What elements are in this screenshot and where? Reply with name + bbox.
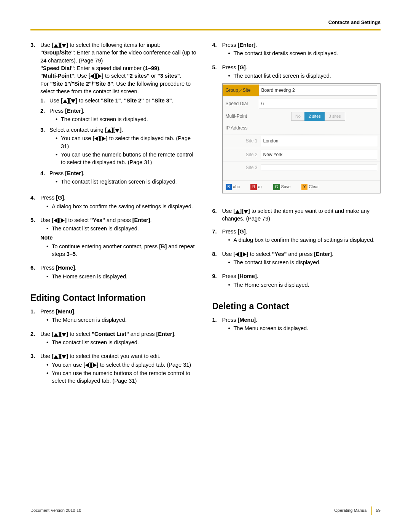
segment-no[interactable]: No xyxy=(291,112,305,121)
label: "Site 1"/"Site 2"/"Site 3" xyxy=(50,81,113,87)
softkey-b[interactable]: Babc xyxy=(226,184,240,190)
text: Press xyxy=(222,317,238,323)
key-y-icon: Y xyxy=(301,184,308,190)
key-g-label: Save xyxy=(281,184,291,189)
softkey-y[interactable]: YClear xyxy=(301,184,319,190)
label: "Group/Site" xyxy=(40,50,74,56)
bullet: The contact list screen is displayed. xyxy=(46,339,199,346)
key: [Enter] xyxy=(238,42,256,48)
key: [Home] xyxy=(56,265,75,271)
text: to select xyxy=(67,217,90,223)
dot: . xyxy=(76,251,77,257)
text: Press xyxy=(40,265,56,271)
segment-3sites[interactable]: 3 sites xyxy=(325,112,345,121)
right-icon xyxy=(102,136,106,141)
key: [B] xyxy=(159,243,167,249)
text: Press xyxy=(222,64,238,70)
right-icon xyxy=(93,363,97,367)
site1-label: Site 1 xyxy=(223,135,261,147)
bullet: The contact list screen is displayed. xyxy=(46,225,199,232)
footer-divider xyxy=(371,506,372,515)
key: [Enter] xyxy=(156,331,174,337)
softkey-g[interactable]: GSave xyxy=(273,184,291,190)
text: to select the displayed tab. (Page 31) xyxy=(99,362,191,368)
contact-edit-screen: Group／Site Board meeting 2 Speed Dial 6 … xyxy=(222,83,381,193)
up-icon xyxy=(54,333,58,337)
text: You can use xyxy=(61,135,92,141)
key-g-icon: G xyxy=(273,184,280,190)
text: to select the contact you want to edit. xyxy=(68,353,161,359)
text: To continue entering another contact, pr… xyxy=(52,243,159,249)
key-b-label: abc xyxy=(233,184,240,189)
segment-2sites[interactable]: 2 sites xyxy=(304,112,325,121)
text: Use xyxy=(40,353,52,359)
site3-input[interactable] xyxy=(261,164,378,171)
up-icon xyxy=(54,355,58,359)
step-number: 2. xyxy=(30,330,40,347)
text: Use xyxy=(222,208,234,214)
text: Use xyxy=(49,97,61,104)
softkey-r[interactable]: Ra↓ xyxy=(250,184,263,190)
page-header: Contacts and Settings xyxy=(30,19,381,26)
step-number: 6. xyxy=(212,207,222,223)
dot: . xyxy=(64,195,65,201)
multipoint-label: Multi-Point xyxy=(223,110,259,122)
text: , xyxy=(121,97,124,104)
group-site-input[interactable]: Board meeting 2 xyxy=(259,85,378,96)
dot: . xyxy=(332,251,333,257)
left-icon xyxy=(94,136,98,141)
up-icon xyxy=(107,129,112,133)
dot: . xyxy=(180,73,182,79)
sub-number: 1. xyxy=(40,97,49,104)
bullet: The Menu screen is displayed. xyxy=(228,324,381,332)
key-r-label: a↓ xyxy=(258,184,263,189)
dot: . xyxy=(257,273,258,279)
dot: . xyxy=(159,65,161,71)
site2-input[interactable]: New York xyxy=(261,150,378,160)
text: and press xyxy=(287,251,314,257)
right-icon xyxy=(61,218,65,223)
site3-label: Site 3 xyxy=(223,162,261,174)
bullet: You can use the numeric buttons of the r… xyxy=(56,151,199,166)
bullet: You can use [][] to select the displayed… xyxy=(46,361,199,369)
dot: . xyxy=(74,308,76,315)
dot: . xyxy=(174,331,175,337)
up-icon xyxy=(235,210,240,214)
left-icon xyxy=(85,363,89,367)
key: [Menu] xyxy=(238,317,256,323)
right-icon xyxy=(243,252,247,257)
key-b-icon: B xyxy=(226,184,232,190)
down-icon xyxy=(62,355,66,359)
bullet: The Home screen is displayed. xyxy=(228,281,381,289)
up-icon xyxy=(54,44,58,48)
ip-address-label: IP Address xyxy=(223,122,259,134)
opt: "Contact List" xyxy=(92,331,129,337)
text: For xyxy=(40,81,50,87)
step-number: 7. xyxy=(212,228,222,245)
range: (1–99) xyxy=(143,65,159,71)
doc-version: Document Version 2010-10 xyxy=(30,508,81,513)
down-icon xyxy=(62,44,66,48)
dot: . xyxy=(150,217,151,223)
step-number: 3. xyxy=(30,41,40,189)
dot: . xyxy=(75,265,76,271)
down-icon xyxy=(244,210,248,214)
left-column: 3. Use [][] to select the following item… xyxy=(30,41,199,391)
text: Press xyxy=(222,228,238,235)
speed-dial-input[interactable]: 6 xyxy=(259,99,378,109)
manual-label: Operating Manual xyxy=(334,508,367,513)
bullet: The contact list registration screen is … xyxy=(56,178,199,185)
site1-input[interactable]: London xyxy=(261,136,378,146)
header-rule xyxy=(30,29,381,30)
dot: . xyxy=(83,170,84,176)
step-number: 1. xyxy=(30,308,40,325)
dot: . xyxy=(121,127,123,133)
text: to select xyxy=(249,251,272,257)
opt: "Site 2" xyxy=(124,97,144,104)
text: to select the following items for input: xyxy=(68,42,160,48)
text: or xyxy=(144,97,152,104)
sub-number: 3. xyxy=(40,126,49,167)
text: Press xyxy=(49,170,65,176)
text: to select xyxy=(77,97,101,104)
key: [G] xyxy=(238,228,246,235)
